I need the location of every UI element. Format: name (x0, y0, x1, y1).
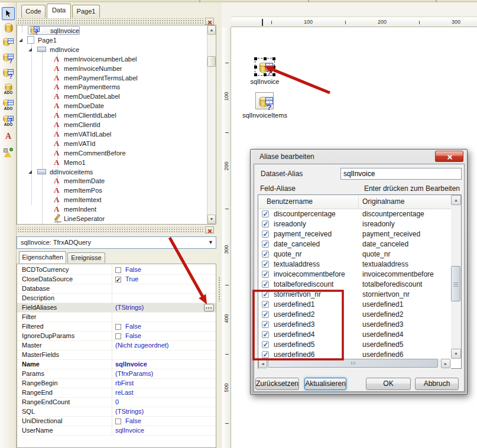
zuruecksetzen-button[interactable]: Zurücksetzen (255, 378, 299, 390)
property-checkbox[interactable] (115, 324, 121, 330)
alias-row[interactable]: userdefined1userdefined1 (258, 300, 451, 310)
tree-node[interactable]: Page1 (17, 35, 212, 45)
alias-checkbox[interactable] (262, 231, 269, 238)
alias-row[interactable]: totalbeforediscounttotalbeforediscount (258, 280, 451, 290)
db-query-button[interactable]: ? (2, 51, 15, 64)
tree-node[interactable]: ddInvoiceitems (17, 167, 212, 177)
scroll-thumb[interactable] (268, 359, 438, 368)
property-row[interactable]: Master(Nicht zugeordnet) (17, 341, 216, 350)
alias-row[interactable]: userdefined3userdefined3 (258, 320, 451, 330)
property-value[interactable]: True (125, 275, 138, 284)
tree-view[interactable]: ?sqlInvoicePage1mdInvoicememInvoicenumbe… (17, 25, 216, 225)
select-tool-button[interactable] (2, 7, 15, 20)
alias-checkbox[interactable] (262, 351, 269, 358)
property-value[interactable]: False (125, 332, 141, 340)
tree-node[interactable]: memCommentBefore (17, 148, 212, 158)
tree-node[interactable]: memVATIdLabel (17, 129, 212, 139)
alias-checkbox[interactable] (262, 291, 269, 298)
property-row[interactable]: NamesqlInvoice (17, 360, 216, 369)
alias-row[interactable]: storniertvon_nrstorniertvon_nr (258, 290, 451, 300)
object-selector-combo[interactable]: sqlInvoice: TfrxADQuery ▼ (17, 236, 216, 249)
tree-node[interactable]: memVATId (17, 139, 212, 148)
property-row[interactable]: BCDToCurrencyFalse (17, 265, 216, 275)
db-query2-button[interactable]: ? (2, 67, 15, 80)
tree-node[interactable]: memInvoiceNumber (17, 64, 212, 73)
tree-node[interactable]: memPaymentterms (17, 82, 212, 92)
alias-checkbox[interactable] (262, 331, 269, 338)
property-row[interactable]: RangeBeginrbFirst (17, 379, 216, 388)
property-row[interactable]: UserNamesqlInvoice (17, 426, 216, 436)
property-value[interactable]: sqlInvoice (115, 360, 147, 369)
property-value[interactable]: (TStrings) (115, 407, 144, 416)
alias-checkbox[interactable] (262, 311, 269, 318)
aktualisieren-button[interactable]: Aktualisieren (304, 378, 346, 390)
property-row[interactable]: Filter (17, 313, 216, 322)
property-row[interactable]: Params(TfrxParams) (17, 369, 216, 379)
property-value[interactable]: False (125, 417, 141, 426)
expander-icon[interactable] (28, 48, 32, 51)
tree-node[interactable]: ?sqlInvoice (17, 26, 212, 35)
tree-node[interactable]: mdInvoice (17, 45, 212, 54)
scroll-left-button[interactable]: ◄ (258, 359, 267, 368)
alias-row[interactable]: isreadonlyisreadonly (258, 219, 451, 229)
property-value[interactable]: 0 (115, 398, 119, 407)
tab-eigenschaften[interactable]: Eigenschaften (19, 251, 66, 263)
tree-node[interactable]: memPaymentTermsLabel (17, 73, 212, 83)
property-checkbox[interactable] (115, 418, 121, 424)
tree-node[interactable]: memDueDateLabel (17, 92, 212, 101)
alias-row[interactable]: quote_nrquote_nr (258, 249, 451, 259)
tree-node[interactable]: memItemtext (17, 195, 212, 204)
property-row[interactable]: MasterFields (17, 350, 216, 360)
selection-marquee[interactable]: ? (255, 58, 275, 76)
tab-page1[interactable]: Page1 (72, 5, 100, 18)
alias-row[interactable]: payment_receivedpayment_received (258, 229, 451, 239)
ellipsis-button[interactable]: ... (204, 304, 214, 311)
text-object-button[interactable]: A (2, 130, 15, 143)
tree-node[interactable]: Memo1 (17, 158, 212, 167)
property-value[interactable]: sqlInvoice (115, 426, 144, 435)
tree-node[interactable]: memIndent (17, 204, 212, 214)
abbruch-button[interactable]: Abbruch (415, 378, 459, 390)
alias-row[interactable]: date_canceleddate_canceled (258, 239, 451, 249)
alias-checkbox[interactable] (262, 241, 269, 248)
property-checkbox[interactable] (115, 333, 121, 339)
expander-icon[interactable] (28, 170, 32, 174)
alias-row[interactable]: textualaddresstextualaddress (258, 259, 451, 270)
property-value[interactable]: reLast (115, 388, 134, 397)
ado-table-button[interactable]: ADO (2, 98, 15, 111)
tree-node[interactable]: LineSeperator (17, 214, 212, 223)
alias-checkbox[interactable] (262, 210, 269, 217)
property-value[interactable]: rbFirst (115, 379, 134, 388)
scroll-down-button[interactable]: ▼ (451, 349, 461, 359)
tab-ereignisse[interactable]: Ereignisse (67, 252, 105, 263)
tree-scrollbar[interactable]: ▲ ▼ (207, 25, 216, 224)
tree-node[interactable]: memItemDate (17, 176, 212, 186)
property-row[interactable]: IgnoreDupParamsFalse (17, 332, 216, 341)
tree-node[interactable]: memItemPos (17, 186, 212, 195)
list-hscrollbar[interactable]: ◄ ► (258, 359, 451, 369)
alias-checkbox[interactable] (262, 301, 269, 308)
dialog-controls-button[interactable] (2, 146, 15, 159)
alias-checkbox[interactable] (262, 271, 269, 278)
tab-code[interactable]: Code (21, 5, 46, 18)
scroll-thumb[interactable] (207, 56, 216, 67)
tree-node[interactable]: memClientId (17, 120, 212, 129)
field-alias-list[interactable]: Benutzername Originalname discountpercen… (258, 194, 462, 369)
alias-checkbox[interactable] (262, 341, 269, 348)
expander-icon[interactable] (19, 38, 22, 42)
alias-checkbox[interactable] (262, 281, 269, 288)
ok-button[interactable]: OK (366, 378, 411, 390)
close-tree-panel-button[interactable] (205, 18, 214, 25)
property-value[interactable]: (TfrxParams) (115, 369, 153, 378)
panel-splitter[interactable] (217, 2, 222, 448)
inspector-dock-grip[interactable] (17, 227, 204, 233)
property-row[interactable]: RangeEndreLast (17, 388, 216, 398)
tree-node[interactable]: memDueDate (17, 101, 212, 111)
tree-node[interactable]: memInvoicenumberLabel (17, 54, 212, 64)
alias-row[interactable]: discountpercentagediscountpercentage (258, 209, 451, 219)
query-object-sqlinvoiceitems[interactable]: ? (255, 92, 274, 109)
alias-row[interactable]: userdefined5userdefined5 (258, 340, 451, 350)
property-row[interactable]: Database (17, 284, 216, 294)
property-row[interactable]: CloseDataSourceTrue (17, 275, 216, 284)
property-row[interactable]: UniDirectionalFalse (17, 417, 216, 426)
